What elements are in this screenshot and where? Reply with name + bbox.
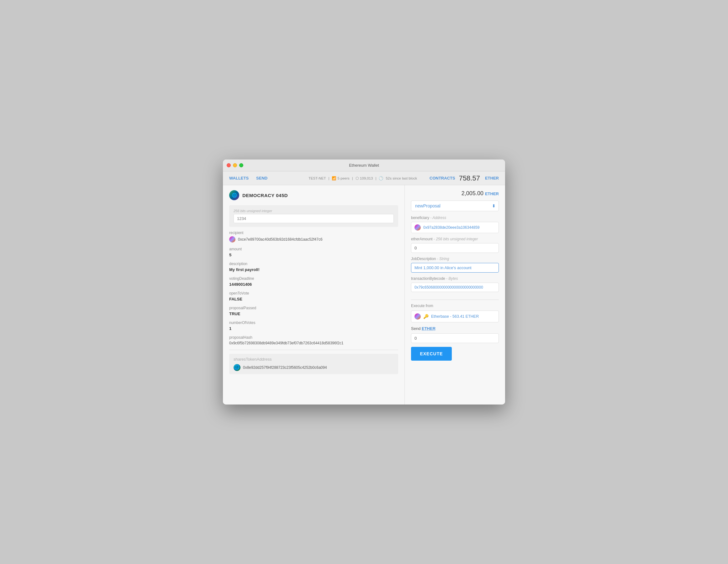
send-ether-label: Send ETHER bbox=[411, 326, 499, 331]
blocks-icon: ⬡ bbox=[356, 176, 359, 181]
title-bar: Ethereum Wallet bbox=[223, 160, 505, 171]
tx-bytecode-input[interactable] bbox=[411, 282, 499, 292]
ether-amount-input[interactable] bbox=[411, 243, 499, 253]
shares-avatar: 🌐 bbox=[234, 364, 240, 371]
divider1: | bbox=[328, 177, 329, 180]
nav-center: TEST-NET | 📶 5 peers | ⬡ 109,013 | 🕐 52s… bbox=[296, 176, 430, 181]
contracts-nav-link[interactable]: CONTRACTS bbox=[430, 176, 455, 181]
description-value: My first payroll! bbox=[229, 267, 398, 272]
execute-separator bbox=[411, 299, 499, 300]
separator bbox=[229, 350, 398, 350]
voting-deadline-label: votingDeadline bbox=[229, 277, 398, 281]
send-ether-unit: ETHER bbox=[422, 326, 435, 331]
shares-label: sharesTokenAddress bbox=[234, 357, 394, 361]
description-group: description My first payroll! bbox=[229, 262, 398, 272]
nav-balance: 758.57 bbox=[459, 174, 480, 182]
beneficiary-avatar bbox=[414, 224, 421, 231]
divider2: | bbox=[352, 177, 353, 180]
window-title: Ethereum Wallet bbox=[349, 163, 379, 168]
proposal-hash-group: proposalHash 0x9c6f5b72698308db9489e349f… bbox=[229, 335, 398, 345]
contract-title: DEMOCRACY 045D bbox=[242, 193, 288, 198]
peers-info: 📶 5 peers bbox=[332, 176, 349, 181]
shares-addr-row: 🌐 0x8e92dd257f94f288723c23f5605c4252b0c6… bbox=[234, 364, 394, 371]
execute-button[interactable]: EXECUTE bbox=[411, 347, 452, 361]
amount-group: amount 5 bbox=[229, 247, 398, 257]
app-window: Ethereum Wallet WALLETS SEND TEST-NET | … bbox=[223, 160, 505, 404]
contract-header: 🌐 DEMOCRACY 045D bbox=[229, 190, 398, 200]
beneficiary-address: 0x97a2838de20eee3a106344859 bbox=[423, 225, 480, 230]
send-ether-input[interactable] bbox=[411, 333, 499, 343]
right-panel: 2,005.00 ETHER newProposal ⬍ beneficiary… bbox=[405, 185, 505, 404]
shares-address: 0x8e92dd257f94f288723c23f5605c4252b0c6a0… bbox=[243, 365, 327, 370]
voting-deadline-group: votingDeadline 1449001406 bbox=[229, 277, 398, 287]
description-label: description bbox=[229, 262, 398, 266]
ether-amount-label: etherAmount - 256 bits unsigned integer bbox=[411, 237, 499, 241]
etherbase-label: Etherbase - 563.41 ETHER bbox=[431, 314, 479, 319]
execute-section: Execute from 🔑 Etherbase - 563.41 ETHER … bbox=[411, 303, 499, 361]
amount-value: 5 bbox=[229, 253, 398, 257]
recipient-avatar bbox=[229, 236, 235, 243]
maximize-button[interactable] bbox=[239, 163, 243, 167]
contract-icon: 🌐 bbox=[229, 190, 239, 200]
window-controls bbox=[227, 163, 243, 167]
job-desc-input[interactable] bbox=[411, 263, 499, 273]
recipient-address: 0xce7e89700ac40d563b92d1684cfdb1aac52f47… bbox=[238, 237, 323, 242]
nav-right: CONTRACTS 758.57 ETHER bbox=[430, 174, 499, 182]
uint-label: 256 bits unsigned integer bbox=[234, 209, 394, 213]
blocks-info: ⬡ 109,013 bbox=[356, 176, 373, 181]
proposal-passed-label: proposalPassed bbox=[229, 306, 398, 310]
uint-section: 256 bits unsigned integer bbox=[229, 205, 398, 227]
number-of-votes-value: 1 bbox=[229, 326, 398, 331]
recipient-group: recipient 0xce7e89700ac40d563b92d1684cfd… bbox=[229, 231, 398, 243]
function-dropdown-wrapper[interactable]: newProposal ⬍ bbox=[411, 201, 499, 211]
shares-token-box: sharesTokenAddress 🌐 0x8e92dd257f94f2887… bbox=[229, 354, 398, 374]
wifi-icon: 📶 bbox=[332, 176, 336, 181]
wallets-nav-link[interactable]: WALLETS bbox=[229, 176, 249, 181]
key-icon: 🔑 bbox=[423, 314, 429, 319]
tx-bytecode-label: transactionBytecode - Bytes bbox=[411, 277, 499, 281]
beneficiary-label: beneficiary - Address bbox=[411, 216, 499, 220]
execute-from-label: Execute from bbox=[411, 303, 499, 308]
clock-icon: 🕐 bbox=[379, 176, 383, 181]
amount-label: amount bbox=[229, 247, 398, 251]
open-to-vote-label: openToVote bbox=[229, 291, 398, 295]
nav-balance-unit: ETHER bbox=[485, 176, 499, 181]
proposal-hash-label: proposalHash bbox=[229, 335, 398, 340]
nav-bar: WALLETS SEND TEST-NET | 📶 5 peers | ⬡ 10… bbox=[223, 171, 505, 185]
network-label: TEST-NET bbox=[309, 177, 326, 180]
main-content: 🌐 DEMOCRACY 045D 256 bits unsigned integ… bbox=[223, 185, 505, 404]
beneficiary-address-row: 0x97a2838de20eee3a106344859 bbox=[411, 222, 499, 233]
open-to-vote-group: openToVote FALSE bbox=[229, 291, 398, 301]
execute-from-row[interactable]: 🔑 Etherbase - 563.41 ETHER bbox=[411, 310, 499, 322]
divider3: | bbox=[375, 177, 376, 180]
uint-input[interactable] bbox=[234, 214, 394, 223]
recipient-address-row: 0xce7e89700ac40d563b92d1684cfdb1aac52f47… bbox=[229, 236, 398, 243]
function-dropdown[interactable]: newProposal bbox=[411, 201, 499, 211]
number-of-votes-group: numberOfVotes 1 bbox=[229, 320, 398, 331]
proposal-hash-value: 0x9c6f5b72698308db9489e349fdb73ef07db726… bbox=[229, 341, 398, 345]
send-nav-link[interactable]: SEND bbox=[256, 176, 267, 181]
right-balance: 2,005.00 ETHER bbox=[411, 190, 499, 197]
nav-left: WALLETS SEND bbox=[229, 176, 296, 181]
proposal-passed-group: proposalPassed TRUE bbox=[229, 306, 398, 316]
recipient-label: recipient bbox=[229, 231, 398, 235]
etherbase-avatar bbox=[414, 313, 421, 319]
proposal-passed-value: TRUE bbox=[229, 311, 398, 316]
left-panel: 🌐 DEMOCRACY 045D 256 bits unsigned integ… bbox=[223, 185, 405, 404]
minimize-button[interactable] bbox=[233, 163, 237, 167]
voting-deadline-value: 1449001406 bbox=[229, 282, 398, 287]
job-desc-label: JobDescription - String bbox=[411, 257, 499, 261]
close-button[interactable] bbox=[227, 163, 231, 167]
open-to-vote-value: FALSE bbox=[229, 297, 398, 301]
number-of-votes-label: numberOfVotes bbox=[229, 320, 398, 325]
last-block-info: 52s since last block bbox=[386, 177, 417, 180]
